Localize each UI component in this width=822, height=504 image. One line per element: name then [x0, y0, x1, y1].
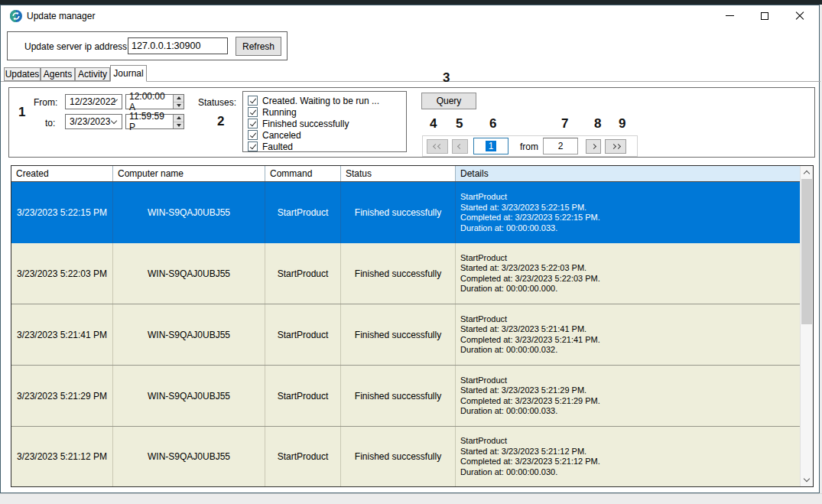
- update-manager-window: Update manager Update server ip address:…: [0, 5, 820, 493]
- cell-details: StartProduct Started at: 3/23/2023 5:21:…: [456, 427, 801, 486]
- pagination-bar: 1 from 2: [422, 135, 638, 157]
- cell-status: Finished successfully: [341, 366, 456, 426]
- tab-journal[interactable]: Journal: [110, 65, 147, 82]
- from-label: From:: [34, 97, 57, 108]
- to-time-value: 11:59:59 P: [129, 111, 173, 132]
- table-row[interactable]: 3/23/2023 5:21:12 PM WIN-S9QAJ0UBJ55 Sta…: [11, 427, 801, 486]
- column-header-status[interactable]: Status: [341, 166, 456, 181]
- total-pages-field[interactable]: 2: [543, 138, 578, 154]
- cell-computer: WIN-S9QAJ0UBJ55: [113, 304, 265, 365]
- scrollbar-thumb[interactable]: [801, 179, 812, 324]
- to-date-value: 3/23/2023: [70, 116, 110, 127]
- tab-agents[interactable]: Agents: [41, 67, 75, 81]
- spin-down-icon[interactable]: [174, 102, 184, 109]
- chevron-up-icon: [804, 171, 810, 177]
- details-line: Duration at: 00:00:00.033.: [460, 406, 557, 417]
- from-time-picker[interactable]: 12:00:00 A: [125, 94, 184, 109]
- to-time-spinner[interactable]: [173, 115, 184, 128]
- cell-status: Finished successfully: [341, 427, 456, 486]
- next-page-button[interactable]: [586, 139, 601, 154]
- status-label: Running: [262, 107, 297, 118]
- query-button[interactable]: Query: [421, 93, 476, 109]
- status-checkbox-canceled[interactable]: Canceled: [248, 129, 301, 141]
- cell-created: 3/23/2023 5:21:29 PM: [11, 366, 113, 426]
- table-row[interactable]: 3/23/2023 5:21:41 PM WIN-S9QAJ0UBJ55 Sta…: [11, 304, 801, 366]
- column-header-command[interactable]: Command: [265, 166, 341, 181]
- cell-status: Finished successfully: [341, 182, 456, 243]
- tab-activity[interactable]: Activity: [75, 67, 110, 81]
- vertical-scrollbar[interactable]: [800, 166, 813, 486]
- details-line: Completed at: 3/23/2023 5:21:12 PM.: [460, 457, 600, 467]
- column-header-computer-name[interactable]: Computer name: [113, 166, 265, 181]
- total-pages-value: 2: [558, 141, 564, 151]
- annotation-6: 6: [489, 116, 496, 132]
- refresh-button[interactable]: Refresh: [236, 37, 281, 56]
- server-address-panel: Update server ip address: Refresh: [7, 31, 288, 60]
- header-label: Details: [460, 168, 489, 179]
- refresh-button-label: Refresh: [242, 41, 275, 52]
- column-header-details[interactable]: Details: [456, 166, 801, 181]
- maximize-icon: [761, 12, 768, 20]
- annotation-1: 1: [18, 105, 25, 120]
- minimize-icon: [726, 15, 734, 16]
- title-bar[interactable]: Update manager: [1, 5, 819, 27]
- filter-panel: 1 From: 12/23/2022 12:00:00 A to: 3/23/2…: [8, 87, 815, 158]
- spin-up-icon[interactable]: [174, 95, 184, 102]
- details-line: Duration at: 00:00:00.030.: [460, 467, 557, 478]
- column-header-created[interactable]: Created: [11, 166, 113, 181]
- details-line: StartProduct: [460, 192, 507, 203]
- spin-down-icon[interactable]: [174, 122, 184, 129]
- cell-command: StartProduct: [265, 304, 341, 365]
- cell-command: StartProduct: [265, 366, 341, 426]
- checkbox-checked-icon[interactable]: [248, 141, 258, 151]
- tab-journal-label: Journal: [113, 68, 143, 79]
- annotation-8: 8: [594, 116, 601, 132]
- current-page-value: 1: [486, 141, 497, 151]
- annotation-5: 5: [456, 116, 463, 132]
- annotation-3: 3: [443, 70, 450, 86]
- details-line: Started at: 3/23/2023 5:21:41 PM.: [460, 324, 586, 335]
- checkbox-checked-icon[interactable]: [248, 96, 258, 106]
- server-address-input[interactable]: [128, 37, 228, 54]
- maximize-button[interactable]: [752, 5, 778, 26]
- close-button[interactable]: [787, 5, 813, 26]
- details-line: StartProduct: [460, 314, 507, 325]
- server-address-label: Update server ip address:: [24, 41, 129, 52]
- table-row[interactable]: 3/23/2023 5:22:03 PM WIN-S9QAJ0UBJ55 Sta…: [11, 243, 801, 304]
- last-page-button[interactable]: [605, 139, 626, 154]
- desktop-background: [0, 493, 822, 504]
- minimize-button[interactable]: [716, 5, 742, 26]
- chevron-down-icon: [804, 476, 810, 482]
- statuses-label: Statuses:: [198, 97, 236, 108]
- table-row[interactable]: 3/23/2023 5:21:29 PM WIN-S9QAJ0UBJ55 Sta…: [11, 366, 801, 427]
- details-line: Duration at: 00:00:00.033.: [460, 223, 557, 234]
- scroll-down-button[interactable]: [801, 473, 813, 486]
- checkbox-checked-icon[interactable]: [248, 130, 258, 140]
- checkbox-checked-icon[interactable]: [248, 119, 258, 128]
- status-label: Faulted: [262, 141, 293, 152]
- details-line: Completed at: 3/23/2023 5:22:03 PM.: [460, 274, 600, 285]
- details-line: Started at: 3/23/2023 5:22:03 PM.: [460, 263, 586, 274]
- journal-table: Created Computer name Command Status Det…: [11, 165, 814, 487]
- prev-page-button[interactable]: [452, 139, 468, 154]
- status-checkbox-faulted[interactable]: Faulted: [248, 141, 293, 152]
- spin-up-icon[interactable]: [174, 115, 184, 122]
- status-checkbox-running[interactable]: Running: [248, 106, 297, 118]
- table-row[interactable]: 3/23/2023 5:22:15 PM WIN-S9QAJ0UBJ55 Sta…: [11, 182, 801, 243]
- tab-updates[interactable]: Updates: [4, 67, 41, 81]
- status-checkbox-finished[interactable]: Finished successfully: [248, 118, 349, 129]
- to-date-picker[interactable]: 3/23/2023: [65, 114, 122, 129]
- cell-created: 3/23/2023 5:21:12 PM: [11, 427, 113, 486]
- chevron-down-icon: [111, 117, 117, 123]
- to-time-picker[interactable]: 11:59:59 P: [125, 114, 184, 129]
- statuses-checkbox-group: Created. Waiting to be run ... Running F…: [242, 91, 407, 152]
- first-page-button[interactable]: [427, 139, 448, 154]
- from-date-picker[interactable]: 12/23/2022: [65, 94, 122, 109]
- checkbox-checked-icon[interactable]: [248, 107, 258, 117]
- status-checkbox-created[interactable]: Created. Waiting to be run ...: [248, 95, 379, 106]
- scroll-up-button[interactable]: [801, 166, 813, 179]
- cell-details: StartProduct Started at: 3/23/2023 5:22:…: [456, 243, 801, 304]
- status-label: Created. Waiting to be run ...: [262, 96, 379, 106]
- from-time-spinner[interactable]: [173, 95, 184, 109]
- current-page-input[interactable]: 1: [473, 138, 508, 154]
